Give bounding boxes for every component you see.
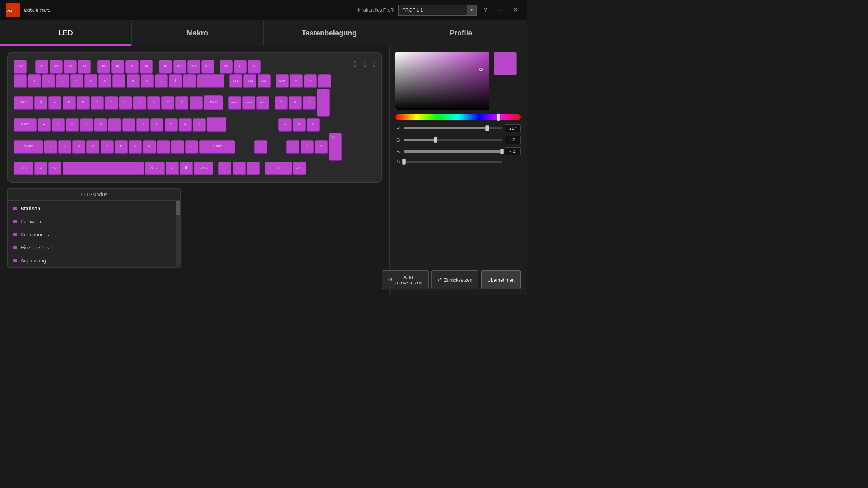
key-k[interactable]: K bbox=[136, 118, 149, 131]
key-up[interactable]: ↑ bbox=[254, 140, 267, 153]
key-f4[interactable]: F4 bbox=[78, 60, 91, 73]
key-space[interactable] bbox=[63, 162, 144, 175]
key-pgdn[interactable]: BILD↓ bbox=[256, 96, 269, 109]
key-angle[interactable]: < bbox=[44, 140, 57, 153]
key-ae[interactable]: Ä bbox=[179, 118, 192, 131]
slider-thumb-s[interactable] bbox=[402, 159, 406, 165]
led-mode-scrollbar[interactable] bbox=[176, 201, 180, 266]
key-down[interactable]: ↓ bbox=[233, 162, 246, 175]
key-shift-right[interactable]: SHIFT bbox=[199, 140, 235, 153]
key-w[interactable]: W bbox=[48, 96, 61, 109]
key-num4[interactable]: 4 bbox=[278, 118, 292, 131]
key-f8[interactable]: F8 bbox=[140, 60, 153, 73]
key-y[interactable]: Y bbox=[58, 140, 71, 153]
key-g[interactable]: G bbox=[94, 118, 107, 131]
key-z[interactable]: Z bbox=[105, 96, 118, 109]
key-backspace[interactable]: ← bbox=[197, 74, 224, 87]
key-dot[interactable]: . bbox=[171, 140, 184, 153]
slider-track-b[interactable] bbox=[404, 150, 502, 153]
key-6[interactable]: 6 bbox=[98, 74, 111, 87]
key-ctrl-right[interactable]: STRG bbox=[194, 162, 213, 175]
key-acute[interactable]: ´ bbox=[183, 74, 196, 87]
key-alt-right[interactable]: ALT GR bbox=[145, 162, 165, 175]
key-b[interactable]: B bbox=[115, 140, 128, 153]
key-del[interactable]: ENTF bbox=[228, 96, 241, 109]
slider-value-g[interactable] bbox=[505, 136, 521, 144]
key-numdel[interactable]: ENTF bbox=[293, 162, 306, 175]
key-comma[interactable]: , bbox=[157, 140, 170, 153]
key-pgup[interactable]: BILD↑ bbox=[258, 74, 271, 87]
key-o[interactable]: O bbox=[147, 96, 160, 109]
key-nummul[interactable]: × bbox=[304, 74, 317, 87]
key-win-left[interactable]: ⊞ bbox=[34, 162, 47, 175]
key-4[interactable]: 4 bbox=[70, 74, 83, 87]
key-j[interactable]: J bbox=[122, 118, 135, 131]
key-p[interactable]: P bbox=[161, 96, 174, 109]
key-ctrl-left[interactable]: STRG bbox=[14, 162, 33, 175]
key-v[interactable]: V bbox=[101, 140, 114, 153]
key-t[interactable]: T bbox=[91, 96, 104, 109]
key-l[interactable]: L bbox=[150, 118, 163, 131]
key-numlock[interactable]: NUM bbox=[276, 74, 289, 87]
key-e[interactable]: E bbox=[63, 96, 76, 109]
key-f10[interactable]: F10 bbox=[173, 60, 186, 73]
key-home[interactable]: POS1 bbox=[243, 74, 256, 87]
key-print[interactable]: DR bbox=[220, 60, 233, 73]
key-caret[interactable]: ^ bbox=[14, 74, 27, 87]
key-num0[interactable]: 0 bbox=[265, 162, 292, 175]
slider-thumb-g[interactable] bbox=[434, 137, 437, 143]
tab-tastenbelegung[interactable]: Tastenbelegung bbox=[264, 20, 395, 46]
key-r[interactable]: R bbox=[77, 96, 90, 109]
tab-led[interactable]: LED bbox=[0, 20, 132, 46]
key-3[interactable]: 3 bbox=[56, 74, 69, 87]
gradient-handle[interactable] bbox=[479, 68, 483, 71]
hue-handle[interactable] bbox=[497, 114, 500, 121]
key-scroll[interactable]: RL bbox=[234, 60, 247, 73]
key-7[interactable]: 7 bbox=[112, 74, 125, 87]
key-numminus[interactable]: − bbox=[318, 74, 331, 87]
key-num6[interactable]: 6 bbox=[307, 118, 320, 131]
key-plus[interactable]: + bbox=[190, 96, 203, 109]
key-5[interactable]: 5 bbox=[84, 74, 97, 87]
key-alt-left[interactable]: ALT bbox=[48, 162, 61, 175]
key-num9[interactable]: 9 bbox=[303, 96, 316, 109]
led-mode-anpassung[interactable]: Anpassung bbox=[8, 254, 180, 266]
key-m[interactable]: M bbox=[143, 140, 156, 153]
key-q[interactable]: Q bbox=[34, 96, 47, 109]
key-1[interactable]: 1 bbox=[28, 74, 41, 87]
profile-dropdown-btn[interactable]: ▼ bbox=[467, 5, 476, 15]
key-pause[interactable]: PA bbox=[248, 60, 261, 73]
key-numplus[interactable]: + bbox=[317, 89, 330, 116]
led-mode-statisch[interactable]: Statisch bbox=[8, 202, 180, 215]
key-oe[interactable]: Ö bbox=[165, 118, 178, 131]
key-9[interactable]: 9 bbox=[141, 74, 154, 87]
key-num2[interactable]: 2 bbox=[301, 140, 314, 153]
key-f6[interactable]: F6 bbox=[111, 60, 124, 73]
key-f11[interactable]: F11 bbox=[187, 60, 200, 73]
hue-slider[interactable] bbox=[395, 114, 521, 120]
key-s[interactable]: S bbox=[52, 118, 65, 131]
key-menu[interactable]: ☰ bbox=[180, 162, 193, 175]
key-0[interactable]: 0 bbox=[155, 74, 168, 87]
key-ins[interactable]: EINF bbox=[229, 74, 242, 87]
key-numenter[interactable]: ENT bbox=[329, 133, 342, 160]
key-f[interactable]: F bbox=[80, 118, 93, 131]
key-num8[interactable]: 8 bbox=[289, 96, 302, 109]
led-mode-farbwelle[interactable]: Farbwelle bbox=[8, 215, 180, 228]
key-d[interactable]: D bbox=[66, 118, 79, 131]
slider-track-s[interactable] bbox=[404, 161, 502, 163]
key-f5[interactable]: F5 bbox=[97, 60, 110, 73]
key-x[interactable]: X bbox=[72, 140, 85, 153]
slider-value-r[interactable] bbox=[505, 124, 521, 132]
key-f12[interactable]: F12 bbox=[201, 60, 214, 73]
key-num1[interactable]: 1 bbox=[286, 140, 299, 153]
key-f2[interactable]: F2 bbox=[50, 60, 63, 73]
apply-button[interactable]: Übernehmen bbox=[481, 270, 521, 289]
key-right[interactable]: → bbox=[247, 162, 260, 175]
tab-profile[interactable]: Profile bbox=[395, 20, 527, 46]
color-gradient[interactable] bbox=[395, 52, 489, 110]
key-f7[interactable]: F7 bbox=[125, 60, 139, 73]
key-u[interactable]: U bbox=[119, 96, 132, 109]
slider-value-b[interactable] bbox=[505, 147, 521, 155]
key-tab[interactable]: TAB bbox=[14, 96, 33, 109]
